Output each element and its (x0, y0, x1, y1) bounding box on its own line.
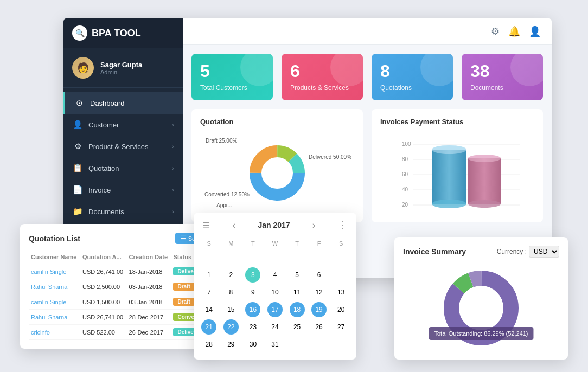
topbar: ⚙ 🔔 👤 (183, 18, 552, 45)
user-role: Admin (100, 69, 142, 75)
creation-date: 26-Dec-2017 (127, 325, 171, 340)
calendar-day[interactable]: 10 (267, 285, 283, 300)
quotation-list-card: Quotation List ☰ See All Customer Name Q… (20, 224, 221, 349)
svg-point-21 (462, 288, 501, 328)
calendar-day[interactable]: 27 (334, 319, 349, 335)
card-circle-deco (240, 54, 273, 86)
calendar-day (290, 250, 305, 265)
sidebar-item-label: Quotation (88, 164, 119, 172)
invoice-tooltip: Total Outstanding: 86.29% (52,241) (429, 327, 533, 340)
y-label: 20 (402, 202, 408, 208)
customer-name[interactable]: Rahul Sharna (29, 310, 80, 325)
customer-icon: 👤 (72, 120, 83, 130)
calendar-day[interactable]: 16 (245, 302, 260, 317)
svg-rect-14 (468, 158, 501, 204)
col-date: Creation Date (127, 251, 171, 264)
sidebar-item-quotation[interactable]: 📋 Quotation › (63, 157, 183, 179)
calendar-day[interactable]: 20 (334, 302, 349, 317)
quotation-list-header: Quotation List ☰ See All (29, 233, 212, 244)
scene: 🔍 BPA TOOL 🧑 Sagar Gupta Admin ⊙ Dashboa… (9, 7, 579, 365)
calendar-grid: S M T W T F S 12345678910111213141516171… (194, 238, 356, 360)
sidebar-item-product-services[interactable]: ⚙ Product & Services › (63, 136, 183, 157)
calendar-day[interactable]: 30 (245, 337, 260, 352)
sidebar-item-label: Customer (88, 121, 119, 129)
customer-name[interactable]: camlin Single (29, 294, 80, 310)
calendar-day[interactable]: 31 (267, 337, 283, 352)
svg-point-17 (468, 155, 501, 162)
customer-name[interactable]: camlin Single (29, 264, 80, 279)
calendar-day[interactable]: 26 (311, 319, 327, 335)
creation-date: 03-Jan-2018 (127, 294, 171, 310)
calendar-day[interactable]: 18 (290, 302, 305, 317)
calendar-day[interactable]: 22 (223, 319, 239, 335)
stat-card-documents: 38 Documents (462, 54, 543, 100)
table-row: Rahul Sharna USD 26,741.00 28-Dec-2017 C… (29, 310, 212, 325)
calendar-day[interactable]: 12 (311, 285, 327, 300)
calendar-day (311, 337, 327, 352)
calendar-day[interactable]: 15 (223, 302, 239, 317)
sidebar-item-label: Product & Services (88, 143, 149, 151)
invoice-summary-card: Invoice Summary Currency : USD EUR GBP (394, 237, 568, 360)
invoices-title: Invoices Payment Status (380, 118, 534, 126)
user-profile-icon[interactable]: 👤 (529, 25, 541, 37)
y-label: 100 (402, 141, 411, 147)
calendar-day[interactable]: 21 (201, 319, 216, 335)
calendar-day[interactable]: 8 (223, 285, 239, 300)
chevron-right-icon: › (172, 208, 174, 215)
avatar: 🧑 (72, 57, 94, 79)
sidebar-item-invoice[interactable]: 📄 Invoice › (63, 179, 183, 201)
calendar-day[interactable]: 24 (267, 319, 283, 335)
settings-icon[interactable]: ⚙ (491, 25, 500, 37)
calendar-day[interactable]: 11 (290, 285, 305, 300)
cylinder-svg: 100 80 60 40 20 (392, 138, 522, 214)
calendar-day[interactable]: 2 (223, 267, 239, 283)
documents-icon: 📁 (72, 207, 83, 216)
calendar-day[interactable]: 1 (201, 267, 216, 283)
card-circle-deco (330, 54, 363, 86)
sidebar-item-label: Invoice (88, 186, 111, 194)
currency-selector: Currency : USD EUR GBP (497, 246, 559, 258)
sidebar-item-documents[interactable]: 📁 Documents › (63, 201, 183, 222)
quotation-chart-panel: Quotation Draft 25 (191, 109, 363, 222)
next-month-button[interactable]: › (312, 220, 316, 231)
invoice-donut-chart: Total Outstanding: 86.29% (52,241) (403, 264, 559, 351)
card-circle-deco (510, 54, 543, 86)
calendar-day[interactable]: 6 (311, 267, 327, 283)
calendar-day[interactable]: 9 (245, 285, 260, 300)
sidebar-item-dashboard[interactable]: ⊙ Dashboard (63, 92, 183, 114)
notification-icon[interactable]: 🔔 (508, 25, 520, 37)
quotation-amount: USD 2,500.00 (80, 279, 127, 294)
calendar-day[interactable]: 5 (290, 267, 305, 283)
calendar-day[interactable]: 7 (201, 285, 216, 300)
prev-month-button[interactable]: ‹ (232, 220, 235, 231)
calendar-day[interactable]: 29 (223, 337, 239, 352)
calendar-day[interactable]: 3 (245, 267, 260, 283)
calendar-day[interactable]: 23 (245, 319, 260, 335)
cylinder-chart: 100 80 60 40 20 (380, 132, 534, 214)
calendar-day[interactable]: 14 (201, 302, 216, 317)
table-row: camlin Single USD 26,741.00 18-Jan-2018 … (29, 264, 212, 279)
calendar-day[interactable]: 19 (311, 302, 327, 317)
day-header-f: F (308, 240, 330, 247)
day-header-t: T (242, 240, 264, 247)
hamburger-icon[interactable]: ☰ (202, 220, 210, 230)
sidebar-item-label: Documents (88, 208, 124, 216)
customer-name[interactable]: Rahul Sharna (29, 279, 80, 294)
calendar-day[interactable]: 25 (290, 319, 305, 335)
day-header-t2: T (286, 240, 308, 247)
calendar-day[interactable]: 13 (334, 285, 349, 300)
chart-label-delivered: Delivered 50.00% (309, 154, 351, 160)
chart-label-converted: Converted 12.50% (204, 191, 250, 197)
stat-card-products: 6 Products & Services (282, 54, 363, 100)
calendar-day (267, 250, 283, 265)
invoice-summary-header: Invoice Summary Currency : USD EUR GBP (403, 246, 559, 258)
sidebar-item-customer[interactable]: 👤 Customer › (63, 114, 183, 136)
calendar-day[interactable]: 28 (201, 337, 216, 352)
calendar-menu-icon[interactable]: ⋮ (338, 219, 348, 231)
customer-name[interactable]: cricinfo (29, 325, 80, 340)
y-label: 40 (402, 187, 408, 193)
calendar-day[interactable]: 17 (267, 302, 283, 317)
currency-select[interactable]: USD EUR GBP (529, 246, 559, 258)
product-icon: ⚙ (72, 142, 83, 151)
calendar-day[interactable]: 4 (267, 267, 283, 283)
